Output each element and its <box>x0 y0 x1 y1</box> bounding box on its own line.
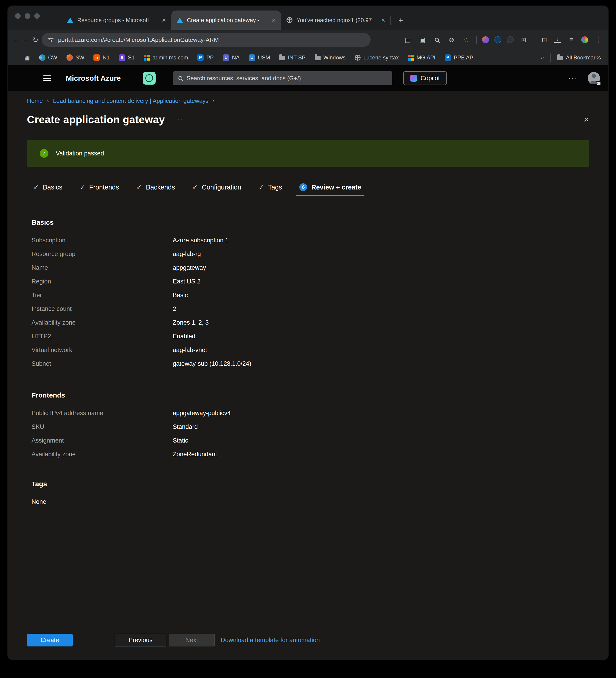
window-controls <box>15 13 40 19</box>
bookmark-ppe-api[interactable]: P PPE API <box>445 54 475 61</box>
row-label: Name <box>32 264 173 271</box>
row-value: aag-lab-rg <box>173 251 201 258</box>
row-label: Public IPv4 address name <box>32 410 173 417</box>
downloads-icon[interactable]: ↓ <box>554 37 561 43</box>
row-value: Static <box>173 437 188 444</box>
review-row: Assignment Static <box>32 434 589 447</box>
cast-icon[interactable]: ▣ <box>418 36 427 44</box>
copilot-button[interactable]: Copilot <box>403 71 447 85</box>
extension-b-icon[interactable] <box>494 36 501 43</box>
site-settings-icon[interactable] <box>48 37 53 42</box>
tab-label: Review + create <box>311 184 361 191</box>
close-blade-icon[interactable]: × <box>584 115 589 124</box>
all-bookmarks-label: All Bookmarks <box>566 54 601 61</box>
review-row: Name appgateway <box>32 261 589 274</box>
previous-button[interactable]: Previous <box>115 634 166 646</box>
bookmark-label: SW <box>76 54 84 61</box>
search-input[interactable] <box>186 75 387 82</box>
bookmark-mg-api[interactable]: MG API <box>408 54 435 61</box>
bookmark-folder-int-sp[interactable]: INT SP <box>279 54 306 61</box>
row-label: Instance count <box>32 305 173 312</box>
bookmark-admin-ms[interactable]: admin.ms.com <box>144 54 188 61</box>
device-icon[interactable]: ▤ <box>403 36 412 44</box>
review-row: Virtual network aag-lab-vnet <box>32 343 589 357</box>
reading-list-icon[interactable]: ≡ <box>567 36 576 43</box>
hamburger-menu-icon[interactable] <box>43 75 51 81</box>
profile-icon[interactable] <box>581 36 588 43</box>
waffle-menu-icon[interactable] <box>22 75 28 81</box>
tab-basics[interactable]: ✓ Basics <box>33 184 63 191</box>
row-label: Availability zone <box>32 451 173 458</box>
browser-tab-nginx[interactable]: You've reached nginx1 (20.97 × <box>281 10 391 30</box>
next-button[interactable]: Next <box>168 634 215 646</box>
review-row: Availability zone Zones 1, 2, 3 <box>32 316 589 329</box>
tab-close-icon[interactable]: × <box>161 17 167 24</box>
extension-c-icon[interactable] <box>507 36 514 43</box>
extensions-puzzle-icon[interactable]: ⊞ <box>519 36 528 44</box>
row-value: aag-lab-vnet <box>173 346 207 354</box>
close-window-button[interactable] <box>15 13 21 19</box>
browser-tab-create-application-gateway[interactable]: Create application gateway - × <box>171 10 281 30</box>
tab-review-create[interactable]: 6 Review + create <box>299 183 361 191</box>
bookmark-sw[interactable]: SW <box>67 54 84 61</box>
azure-brand: Microsoft Azure <box>66 74 121 82</box>
tab-title: Resource groups - Microsoft <box>77 17 157 24</box>
tab-label: Configuration <box>202 184 241 191</box>
tab-tags[interactable]: ✓ Tags <box>259 184 282 191</box>
row-value: East US 2 <box>173 278 201 285</box>
portal-content: Home › Load balancing and content delive… <box>8 91 608 660</box>
bookmarks-overflow-icon[interactable]: » <box>541 54 544 61</box>
new-tab-button[interactable]: + <box>394 14 407 27</box>
title-row: Create application gateway ··· × <box>27 112 589 127</box>
azure-favicon <box>67 17 73 23</box>
tab-frontends[interactable]: ✓ Frontends <box>80 184 119 191</box>
tab-close-icon[interactable]: × <box>271 17 276 24</box>
zoom-icon[interactable] <box>432 36 441 43</box>
back-icon[interactable]: ← <box>11 36 21 44</box>
create-button[interactable]: Create <box>27 634 73 646</box>
bookmark-cw[interactable]: CW <box>39 54 57 61</box>
bookmark-star-icon[interactable]: ☆ <box>462 36 471 44</box>
minimize-window-button[interactable] <box>25 13 30 19</box>
bookmark-label: PP <box>206 54 214 61</box>
deployment-status-badge[interactable]: ↑ <box>143 72 156 84</box>
bookmark-folder-windows[interactable]: Windows <box>315 54 345 61</box>
apps-grid-icon[interactable]: ▦ <box>24 54 30 61</box>
tab-label: Basics <box>43 184 62 191</box>
bookmark-pp[interactable]: P PP <box>197 54 214 61</box>
tab-configuration[interactable]: ✓ Configuration <box>192 184 241 191</box>
browser-tab-resource-groups[interactable]: Resource groups - Microsoft × <box>62 10 171 30</box>
extension-a-icon[interactable] <box>482 36 489 43</box>
success-check-icon: ✓ <box>40 149 48 158</box>
bookmark-label: INT SP <box>288 54 306 61</box>
bookmarks-divider <box>550 53 551 62</box>
address-bar[interactable]: portal.azure.com/#create/Microsoft.Appli… <box>42 33 371 47</box>
bookmark-label: MG API <box>417 54 435 61</box>
tab-close-icon[interactable]: × <box>380 17 386 24</box>
wizard-tabs: ✓ Basics ✓ Frontends ✓ Backends ✓ Config… <box>27 180 589 194</box>
azure-search-bar[interactable] <box>173 71 392 85</box>
row-value: Standard <box>173 423 198 430</box>
bookmark-n1[interactable]: n N1 <box>93 54 110 61</box>
eye-off-icon[interactable]: ⊘ <box>447 36 456 44</box>
title-more-icon[interactable]: ··· <box>178 116 185 123</box>
bookmark-s1[interactable]: S S1 <box>119 54 134 61</box>
reload-icon[interactable]: ↻ <box>31 36 40 44</box>
bookmark-na[interactable]: U NA <box>223 54 239 61</box>
breadcrumb-section-link[interactable]: Load balancing and content delivery | Ap… <box>53 98 208 105</box>
breadcrumb-home-link[interactable]: Home <box>27 98 43 105</box>
bookmark-usm[interactable]: U USM <box>249 54 270 61</box>
row-value: Azure subscription 1 <box>173 237 229 244</box>
avatar[interactable] <box>588 72 600 84</box>
maximize-window-button[interactable] <box>34 13 40 19</box>
forward-icon[interactable]: → <box>21 36 31 44</box>
download-template-link[interactable]: Download a template for automation <box>221 637 320 644</box>
bookmark-lucene-syntax[interactable]: Lucene syntax <box>355 54 399 61</box>
header-more-icon[interactable]: ··· <box>569 74 577 82</box>
tab-backends[interactable]: ✓ Backends <box>137 184 175 191</box>
row-value: appgateway <box>173 264 206 271</box>
all-bookmarks-button[interactable]: All Bookmarks <box>557 54 601 61</box>
section-tags: Tags None <box>27 479 589 509</box>
tab-search-icon[interactable]: ⊡ <box>540 36 549 44</box>
browser-menu-kebab-icon[interactable]: ⋮ <box>593 36 603 44</box>
